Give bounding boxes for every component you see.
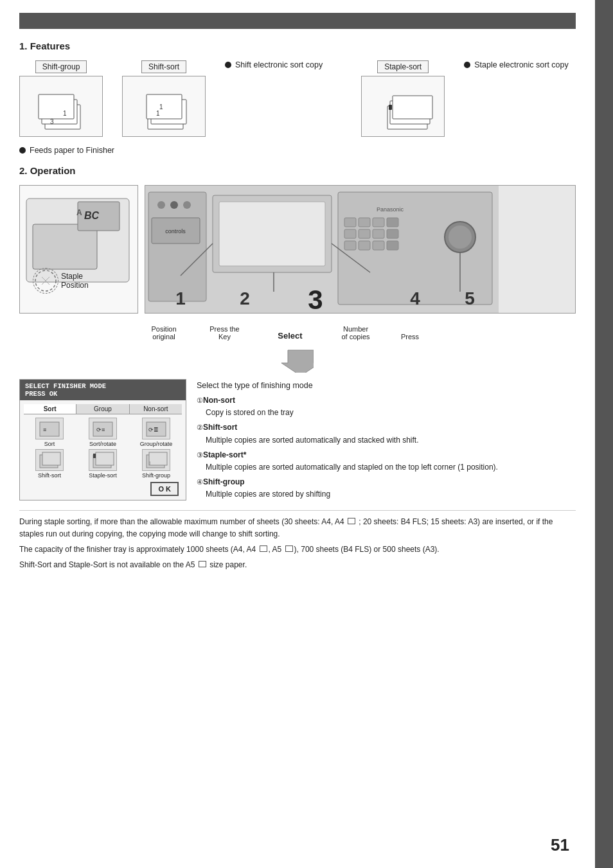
finisher-ok-row: O K bbox=[24, 482, 182, 496]
svg-rect-36 bbox=[387, 218, 398, 227]
svg-text:1: 1 bbox=[159, 103, 163, 111]
svg-rect-34 bbox=[359, 218, 370, 227]
step5: Press bbox=[397, 332, 423, 341]
operation-area: BC A StaplePosition bbox=[19, 185, 576, 314]
svg-rect-33 bbox=[344, 218, 356, 227]
header-bar bbox=[19, 13, 576, 29]
staple-circle bbox=[33, 268, 58, 294]
svg-text:≡: ≡ bbox=[43, 427, 46, 433]
feature-staple-sort: Staple-sort bbox=[361, 60, 445, 137]
svg-point-46 bbox=[449, 226, 472, 249]
finisher-label-grouprotate: Group/rotate bbox=[140, 441, 173, 447]
step1: Positionoriginal bbox=[145, 324, 183, 341]
bullet-staple-sort: Staple electronic sort copy bbox=[464, 60, 569, 69]
svg-rect-23 bbox=[148, 192, 206, 301]
finisher-header-line1: SELECT FINISHER MODE bbox=[25, 382, 181, 390]
finisher-label-sortrotate: Sort/rotate bbox=[89, 441, 116, 447]
features-row: Shift-group 1 3 Shift-sort bbox=[19, 60, 576, 137]
finisher-area: SELECT FINISHER MODE PRESS OK Sort Group… bbox=[19, 379, 576, 501]
steps-labels-row: Positionoriginal Press theKey Select Num… bbox=[19, 324, 576, 341]
svg-rect-37 bbox=[344, 229, 356, 238]
note-3: Shift-Sort and Staple-Sort is not availa… bbox=[19, 559, 576, 572]
bullet-feeds: Feeds paper to Finisher bbox=[19, 146, 576, 155]
feature-shift-sort: Shift-sort 1 1 bbox=[122, 60, 206, 137]
svg-rect-66 bbox=[96, 452, 114, 465]
shift-sort-label: Shift-sort bbox=[141, 60, 186, 73]
svg-rect-42 bbox=[359, 241, 370, 250]
svg-rect-64 bbox=[42, 452, 60, 465]
instruction-2: ②Shift-sort Multiple copies are sorted a… bbox=[197, 421, 576, 446]
svg-rect-38 bbox=[359, 229, 370, 238]
svg-text:BC: BC bbox=[84, 210, 100, 221]
svg-text:4: 4 bbox=[410, 288, 420, 308]
printer-panel-svg: controls Panasonic bbox=[145, 186, 575, 314]
shift-group-diagram: 1 3 bbox=[19, 76, 103, 137]
staple-diagram-svg: BC A bbox=[20, 186, 139, 314]
finisher-instructions: Select the type of finishing mode ①Non-s… bbox=[197, 379, 576, 501]
tab-nonsort[interactable]: Non-sort bbox=[130, 404, 182, 414]
svg-rect-13 bbox=[389, 105, 392, 110]
svg-text:2: 2 bbox=[240, 288, 250, 308]
svg-point-24 bbox=[157, 201, 165, 209]
section1-title: 1. Features bbox=[19, 40, 576, 51]
page-number: 51 bbox=[551, 835, 569, 855]
tab-group[interactable]: Group bbox=[76, 404, 129, 414]
svg-rect-7 bbox=[147, 94, 182, 119]
finisher-cell-shiftgroup: ↕ Shift-group bbox=[130, 449, 182, 479]
finisher-label-staplesort: Staple-sort bbox=[89, 472, 117, 479]
svg-rect-12 bbox=[393, 96, 432, 119]
note-1: During staple sorting, if more than the … bbox=[19, 516, 576, 542]
svg-text:A: A bbox=[76, 208, 82, 217]
finisher-panel-header: SELECT FINISHER MODE PRESS OK bbox=[20, 380, 186, 400]
svg-text:1: 1 bbox=[63, 110, 67, 117]
svg-text:controls: controls bbox=[165, 228, 186, 235]
svg-text:↕: ↕ bbox=[148, 460, 151, 466]
svg-rect-69 bbox=[149, 452, 167, 465]
feature-shift-group: Shift-group 1 3 bbox=[19, 60, 103, 137]
printer-diagram: controls Panasonic bbox=[145, 185, 576, 314]
instruction-3: ③Staple-sort* Multiple copies are sorted… bbox=[197, 449, 576, 474]
shift-group-label: Shift-group bbox=[35, 60, 87, 73]
finisher-label-shiftgroup: Shift-group bbox=[142, 472, 170, 479]
svg-text:1: 1 bbox=[156, 110, 160, 117]
bullet-dot-1 bbox=[225, 62, 231, 68]
shift-sort-svg: 1 1 bbox=[129, 79, 199, 134]
shift-group-svg: 1 3 bbox=[26, 79, 96, 134]
finisher-icon-shiftsort bbox=[35, 449, 64, 471]
finisher-grid: ≡ Sort ⟳≡ Sort/rotate ⟳≣ bbox=[24, 418, 182, 479]
step2-label: Press theKey bbox=[209, 325, 239, 341]
svg-marker-56 bbox=[281, 350, 314, 373]
staple-sort-svg bbox=[362, 79, 444, 134]
svg-rect-43 bbox=[373, 241, 384, 250]
shift-sort-diagram: 1 1 bbox=[122, 76, 206, 137]
svg-text:⟳≣: ⟳≣ bbox=[148, 427, 159, 433]
finisher-panel: SELECT FINISHER MODE PRESS OK Sort Group… bbox=[19, 379, 186, 500]
svg-rect-39 bbox=[373, 229, 384, 238]
finisher-ok-button[interactable]: O K bbox=[150, 482, 179, 496]
svg-point-26 bbox=[183, 201, 191, 209]
svg-text:Panasonic: Panasonic bbox=[377, 206, 404, 213]
tab-sort[interactable]: Sort bbox=[24, 404, 76, 414]
svg-text:3: 3 bbox=[50, 118, 54, 125]
bullet-dot-3 bbox=[19, 147, 26, 154]
arrow-down bbox=[19, 347, 576, 373]
step3-label: Select bbox=[278, 331, 302, 341]
staple-position-box: BC A StaplePosition bbox=[19, 185, 138, 314]
svg-rect-30 bbox=[219, 202, 325, 266]
staple-label: StaplePosition bbox=[33, 268, 89, 294]
section2-title: 2. Operation bbox=[19, 165, 576, 176]
svg-rect-41 bbox=[344, 241, 356, 250]
finisher-cell-staplesort: Staple-sort bbox=[77, 449, 129, 479]
svg-text:1: 1 bbox=[175, 288, 186, 308]
svg-rect-40 bbox=[387, 229, 398, 238]
step4: Numberof copies bbox=[335, 324, 377, 341]
instruction-1: ①Non-sort Copy is stored on the tray bbox=[197, 394, 576, 419]
finisher-cell-sortrotate: ⟳≡ Sort/rotate bbox=[77, 418, 129, 447]
svg-rect-44 bbox=[387, 241, 398, 250]
right-tab bbox=[595, 0, 613, 868]
finisher-icon-sort: ≡ bbox=[35, 418, 64, 439]
finisher-cell-grouprotate: ⟳≣ Group/rotate bbox=[130, 418, 182, 447]
svg-text:⟳≡: ⟳≡ bbox=[96, 427, 105, 433]
step3: Select bbox=[266, 330, 314, 341]
bullet-dot-2 bbox=[464, 62, 470, 68]
